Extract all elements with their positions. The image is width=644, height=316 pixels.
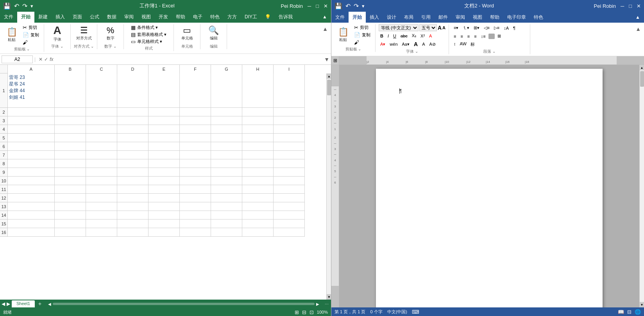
excel-sheet-tab-sheet1[interactable]: Sheet1	[12, 300, 35, 307]
word-show-hide-btn[interactable]: ¶	[512, 25, 517, 31]
excel-cell-B11[interactable]	[55, 185, 86, 194]
excel-close-btn[interactable]: ✕	[324, 3, 328, 9]
excel-cell-D7[interactable]	[117, 151, 148, 159]
excel-cell-H14[interactable]	[242, 211, 274, 220]
excel-cell-F4[interactable]	[180, 125, 211, 134]
word-read-view-btn[interactable]: 📖	[618, 309, 624, 315]
word-indent-increase-btn[interactable]: ▷≡	[492, 25, 501, 31]
excel-ribbon-collapse-btn[interactable]: ▲	[322, 26, 328, 32]
word-superscript-btn[interactable]: X²	[419, 33, 426, 39]
word-format-painter-btn[interactable]: 🖌	[352, 39, 372, 46]
excel-cell-H9[interactable]	[242, 168, 274, 177]
excel-align-btn[interactable]: ☰ 对齐方式	[75, 24, 93, 43]
excel-cell-G15[interactable]	[211, 220, 242, 228]
word-font-color-btn[interactable]: A▾	[379, 41, 387, 48]
excel-cell-B3[interactable]	[55, 116, 86, 125]
excel-cell-H10[interactable]	[242, 177, 274, 185]
excel-row-7[interactable]: 7	[0, 151, 8, 159]
excel-tab-data[interactable]: 数据	[103, 12, 120, 23]
excel-vscrollbar[interactable]: ▲ ▼	[326, 73, 331, 300]
word-copy-btn[interactable]: 📄复制	[352, 32, 372, 38]
excel-cell-G11[interactable]	[211, 185, 242, 194]
word-scroll-track[interactable]	[640, 70, 644, 302]
word-vscrollbar[interactable]: ▲ ▼	[639, 65, 644, 307]
excel-cell-I13[interactable]	[274, 202, 305, 211]
excel-cell-G1[interactable]	[211, 73, 242, 108]
word-indent-decrease-btn[interactable]: ◁≡	[482, 25, 491, 31]
excel-row-16[interactable]: 16	[0, 228, 8, 237]
excel-cell-D3[interactable]	[117, 116, 148, 125]
excel-cell-B14[interactable]	[55, 211, 86, 220]
excel-cell-E2[interactable]	[148, 108, 180, 116]
excel-tab-light[interactable]: 💡	[261, 12, 275, 23]
excel-cell-F2[interactable]	[180, 108, 211, 116]
excel-cell-D6[interactable]	[117, 142, 148, 151]
excel-cut-btn[interactable]: ✂剪切	[21, 24, 41, 31]
excel-cell-G4[interactable]	[211, 125, 242, 134]
excel-cell-D9[interactable]	[117, 168, 148, 177]
excel-cell-I15[interactable]	[274, 220, 305, 228]
word-line-spacing-btn[interactable]: ↕≡	[479, 33, 487, 39]
excel-cell-A15[interactable]	[8, 220, 55, 228]
excel-cell-G12[interactable]	[211, 194, 242, 202]
excel-cell-C9[interactable]	[86, 168, 117, 177]
excel-cell-E5[interactable]	[148, 134, 180, 142]
word-tab-ref[interactable]: 引用	[417, 12, 435, 23]
excel-cell-F3[interactable]	[180, 116, 211, 125]
excel-cell-F1[interactable]	[180, 73, 211, 108]
word-tab-home[interactable]: 开始	[349, 12, 366, 23]
word-strikethrough-btn[interactable]: abc	[399, 33, 409, 39]
excel-cell-I3[interactable]	[274, 116, 305, 125]
excel-scroll-up-btn[interactable]: ▲	[327, 73, 331, 79]
excel-cell-H3[interactable]	[242, 116, 274, 125]
excel-cell-D14[interactable]	[117, 211, 148, 220]
excel-cell-H7[interactable]	[242, 151, 274, 159]
excel-col-G[interactable]: G	[211, 65, 242, 73]
excel-cell-E7[interactable]	[148, 151, 180, 159]
word-customize-btn[interactable]: ▾	[362, 3, 365, 9]
excel-cell-E9[interactable]	[148, 168, 180, 177]
excel-cell-C6[interactable]	[86, 142, 117, 151]
word-font-size-selector[interactable]: 五号	[419, 24, 437, 31]
excel-col-D[interactable]: D	[117, 65, 148, 73]
excel-cell-F14[interactable]	[180, 211, 211, 220]
excel-copy-btn[interactable]: 📄复制	[21, 32, 41, 38]
excel-cell-A11[interactable]	[8, 185, 55, 194]
excel-cell-E13[interactable]	[148, 202, 180, 211]
excel-cell-C12[interactable]	[86, 194, 117, 202]
excel-cell-E6[interactable]	[148, 142, 180, 151]
excel-cell-B15[interactable]	[55, 220, 86, 228]
excel-row-1[interactable]: 1	[0, 73, 8, 108]
word-tab-help[interactable]: 帮助	[486, 12, 503, 23]
word-tab-special[interactable]: 特色	[530, 12, 547, 23]
excel-cell-I16[interactable]	[274, 228, 305, 237]
excel-view-layout-btn[interactable]: ⊟	[302, 309, 306, 315]
word-web-view-btn[interactable]: 🌐	[635, 309, 641, 315]
excel-cell-A2[interactable]	[8, 108, 55, 116]
excel-cell-B1[interactable]	[55, 73, 86, 108]
word-sort-btn[interactable]: ↕A	[502, 25, 510, 31]
excel-cell-E8[interactable]	[148, 159, 180, 168]
excel-cell-A6[interactable]	[8, 142, 55, 151]
excel-row-8[interactable]: 8	[0, 159, 8, 168]
excel-cell-G10[interactable]	[211, 177, 242, 185]
word-ruler-corner[interactable]: ⊞	[331, 56, 339, 64]
excel-cell-C16[interactable]	[86, 228, 117, 237]
excel-confirm-formula-btn[interactable]: ✓	[44, 57, 48, 62]
excel-row-9[interactable]: 9	[0, 168, 8, 177]
excel-cell-G3[interactable]	[211, 116, 242, 125]
excel-cell-C8[interactable]	[86, 159, 117, 168]
word-tab-file[interactable]: 文件	[331, 12, 349, 23]
excel-col-I[interactable]: I	[274, 65, 305, 73]
excel-cell-F13[interactable]	[180, 202, 211, 211]
excel-cell-I11[interactable]	[274, 185, 305, 194]
excel-cell-I2[interactable]	[274, 108, 305, 116]
excel-cell-A3[interactable]	[8, 116, 55, 125]
excel-cell-H8[interactable]	[242, 159, 274, 168]
excel-cell-C14[interactable]	[86, 211, 117, 220]
excel-save-icon[interactable]: 💾	[3, 2, 11, 10]
excel-paste-btn[interactable]: 📋 粘贴	[3, 26, 20, 45]
excel-cell-E3[interactable]	[148, 116, 180, 125]
word-multilevel-list-btn[interactable]: ⊞▾	[472, 25, 481, 31]
word-highlight-btn[interactable]: A	[428, 33, 433, 39]
